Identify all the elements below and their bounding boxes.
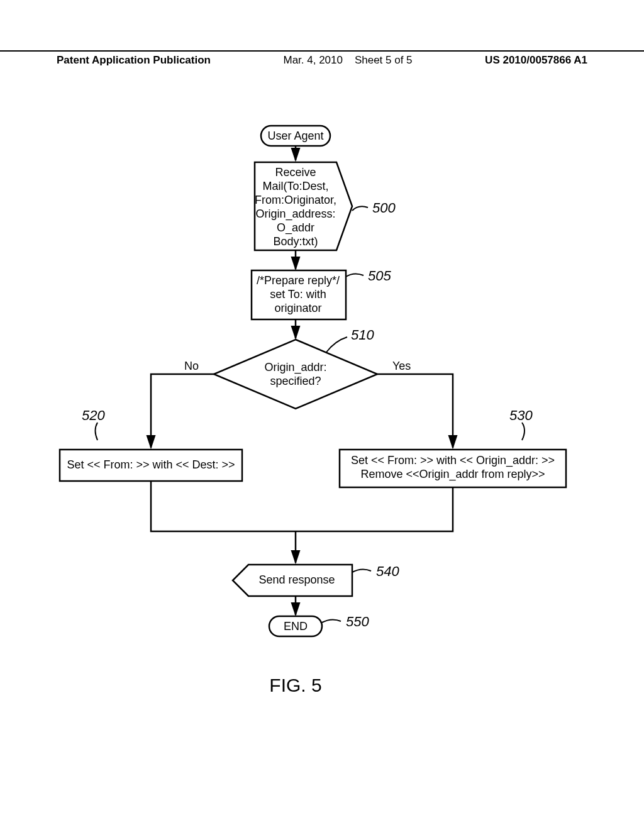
header-date: Mar. 4, 2010 — [283, 54, 343, 66]
ref-550: 550 — [346, 614, 369, 629]
receive-l2: Mail(To:Dest, — [262, 180, 328, 192]
receive-l5: O_addr — [277, 221, 314, 235]
ref-505: 505 — [368, 268, 391, 284]
ref-500: 500 — [372, 200, 396, 216]
receive-l6: Body:txt) — [273, 235, 318, 248]
ref-520: 520 — [82, 407, 105, 423]
figure-label: FIG. 5 — [269, 675, 321, 695]
ref-leader — [352, 206, 368, 211]
ref-leader — [326, 337, 347, 352]
header-left: Patent Application Publication — [0, 54, 211, 67]
ref-leader — [96, 423, 98, 440]
decision-yes-label: Yes — [392, 360, 411, 372]
ref-530: 530 — [509, 407, 533, 423]
right-box-l1: Set << From: >> with << Origin_addr: >> — [351, 454, 555, 467]
receive-l1: Receive — [275, 166, 316, 179]
decision-l2: specified? — [270, 375, 321, 387]
header-mid: Mar. 4, 2010 Sheet 5 of 5 — [211, 54, 485, 67]
left-box-text: Set << From: >> with << Dest: >> — [67, 458, 235, 471]
start-label: User Agent — [267, 130, 323, 142]
ref-510: 510 — [351, 327, 374, 343]
decision-diamond: Origin_addr: specified? — [214, 340, 377, 409]
prepare-l3: originator — [274, 302, 321, 314]
receive-l3: From:Originator, — [255, 194, 336, 206]
merge-right — [296, 487, 453, 531]
decision-l1: Origin_addr: — [264, 361, 326, 374]
end-terminator: END — [269, 616, 322, 636]
merge-left — [151, 481, 296, 531]
send-label: Send response — [258, 573, 335, 586]
start-terminator: User Agent — [261, 126, 330, 146]
decision-no-label: No — [184, 360, 199, 372]
header-right: US 2010/0057866 A1 — [485, 54, 644, 67]
ref-540: 540 — [376, 563, 399, 579]
set-from-dest-box: Set << From: >> with << Dest: >> — [60, 450, 242, 481]
arrow-no — [151, 374, 214, 448]
receive-mail-box: Receive Mail(To:Dest, From:Originator, O… — [255, 162, 352, 250]
prepare-l1: /*Prepare reply*/ — [257, 274, 340, 287]
receive-l4: Origin_address: — [255, 208, 335, 221]
ref-leader — [346, 274, 364, 277]
ref-leader — [322, 619, 341, 622]
header-sheet: Sheet 5 of 5 — [355, 54, 413, 66]
ref-leader — [522, 423, 525, 440]
arrow-yes — [377, 374, 453, 448]
set-from-origin-box: Set << From: >> with << Origin_addr: >> … — [340, 450, 566, 487]
page-header: Patent Application Publication Mar. 4, 2… — [0, 50, 644, 67]
prepare-reply-box: /*Prepare reply*/ set To: with originato… — [252, 270, 346, 319]
send-response-box: Send response — [233, 565, 352, 596]
end-label: END — [284, 620, 308, 633]
flowchart-diagram: User Agent Receive Mail(To:Dest, From:Or… — [0, 113, 644, 805]
right-box-l2: Remove <<Origin_addr from reply>> — [360, 468, 545, 481]
ref-leader — [352, 569, 371, 572]
prepare-l2: set To: with — [270, 288, 326, 301]
